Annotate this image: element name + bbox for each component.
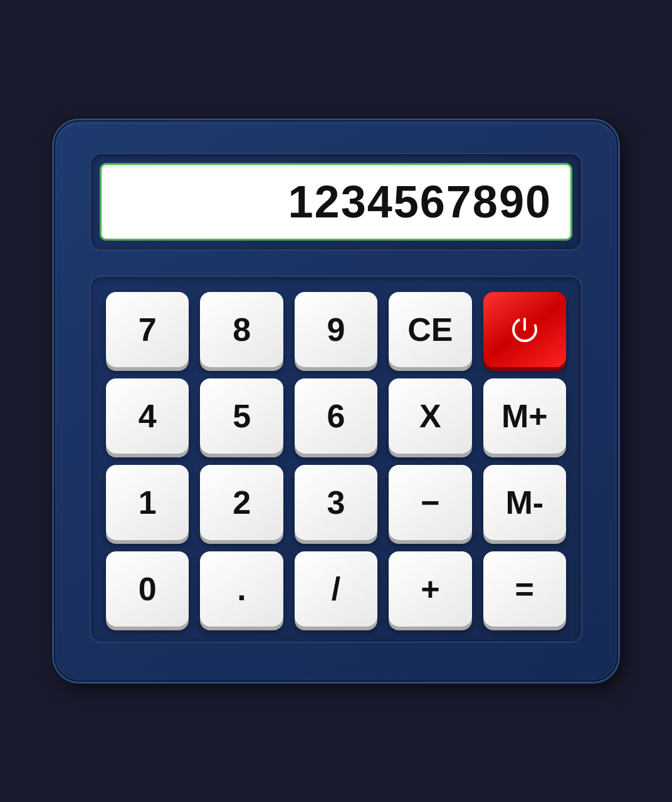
btn-6[interactable]: 6 (295, 378, 377, 454)
display-value: 1234567890 (288, 176, 552, 227)
btn-8[interactable]: 8 (200, 292, 283, 367)
btn-ce[interactable]: CE (389, 292, 471, 367)
btn-memory-minus[interactable]: M- (483, 465, 566, 540)
btn-power[interactable] (483, 292, 566, 367)
btn-decimal[interactable]: . (200, 551, 283, 627)
btn-multiply[interactable]: X (389, 378, 471, 454)
power-icon (507, 313, 542, 347)
btn-2[interactable]: 2 (200, 465, 283, 540)
btn-memory-plus[interactable]: M+ (483, 378, 566, 454)
btn-equals[interactable]: = (483, 551, 566, 627)
keypad-wrapper: 7 8 9 CE 4 5 6 X M+ 1 2 3 − (90, 276, 582, 643)
keypad: 7 8 9 CE 4 5 6 X M+ 1 2 3 − (106, 292, 566, 627)
btn-1[interactable]: 1 (106, 465, 189, 540)
btn-4[interactable]: 4 (106, 378, 189, 454)
btn-5[interactable]: 5 (200, 378, 283, 454)
display-wrapper: 1234567890 (90, 153, 582, 251)
display-screen: 1234567890 (100, 163, 572, 241)
btn-subtract[interactable]: − (389, 465, 471, 540)
btn-add[interactable]: + (389, 551, 471, 627)
btn-divide[interactable]: / (295, 551, 377, 627)
btn-0[interactable]: 0 (106, 551, 189, 627)
btn-3[interactable]: 3 (295, 465, 377, 540)
calculator: 1234567890 7 8 9 CE 4 5 6 X M+ (54, 120, 618, 682)
btn-7[interactable]: 7 (106, 292, 189, 367)
btn-9[interactable]: 9 (295, 292, 377, 367)
